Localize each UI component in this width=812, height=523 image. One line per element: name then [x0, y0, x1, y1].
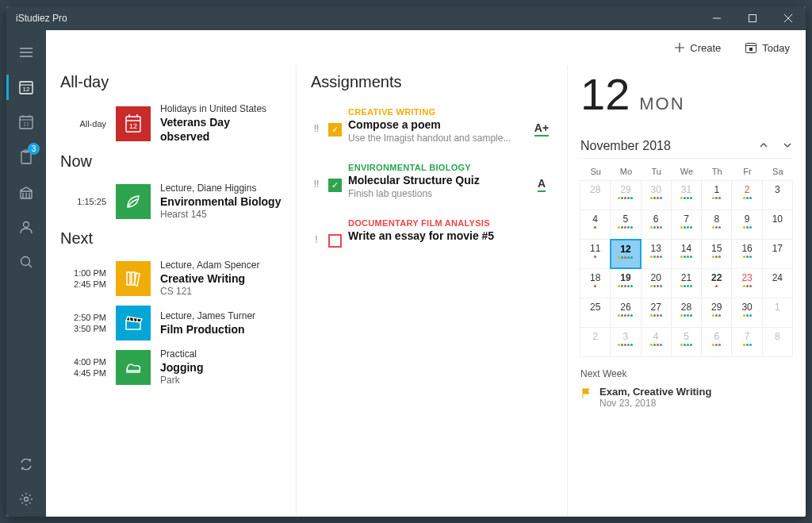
nav-today[interactable]: 12 — [6, 70, 46, 105]
calendar-weekday: Su — [580, 162, 611, 181]
schedule-item-now[interactable]: 1:15:25 Lecture, Diane Higgins Environme… — [60, 179, 282, 225]
calendar-day-cell[interactable]: 10 — [762, 210, 793, 240]
assignment-item[interactable]: !!✓CREATIVE WRITINGCompose a poemUse the… — [311, 99, 553, 155]
schedule-column: All-day All-day 12 Holidays in United St… — [46, 65, 296, 517]
calendar-day-cell[interactable]: 19 — [610, 268, 641, 298]
calendar-day-cell[interactable]: 5 — [610, 210, 641, 240]
event-dots — [618, 256, 633, 259]
titlebar[interactable]: iStudiez Pro — [6, 6, 806, 30]
assignment-item[interactable]: !!✓ENVIRONMENTAL BIOLOGYMolecular Struct… — [311, 155, 553, 210]
assignment-grade: A — [530, 163, 553, 192]
calendar-day-cell[interactable]: 18 — [580, 268, 611, 298]
calendar-day-cell[interactable]: 23 — [731, 268, 762, 298]
assignment-checkbox[interactable]: ✓ — [328, 179, 342, 192]
calendar-day-cell[interactable]: 4 — [580, 210, 611, 240]
day-number: 4 — [592, 213, 598, 225]
close-button[interactable] — [770, 6, 806, 30]
calendar-day-cell[interactable]: 4 — [641, 327, 672, 357]
calendar-day-cell[interactable]: 26 — [610, 298, 641, 328]
calendar-day-cell[interactable]: 16 — [731, 239, 762, 269]
event-dots — [743, 197, 752, 199]
event-dots — [650, 256, 662, 258]
nav-instructors[interactable] — [6, 210, 46, 244]
event-location: Hearst 145 — [160, 209, 282, 221]
calendar-day-cell[interactable]: 2 — [580, 327, 611, 357]
assignment-item[interactable]: !DOCUMENTARY FILM ANALYSISWrite an essay… — [311, 210, 553, 259]
calendar-day-cell[interactable]: 27 — [641, 298, 672, 328]
calendar-prev-button[interactable] — [758, 140, 769, 153]
calendar-day-cell[interactable]: 7 — [671, 210, 702, 240]
nav-search[interactable] — [6, 244, 46, 279]
day-number: 5 — [623, 213, 629, 225]
minimize-button[interactable] — [699, 6, 734, 30]
event-dots — [743, 256, 752, 258]
calendar-day-cell[interactable]: 12 — [610, 239, 641, 269]
day-number: 28 — [681, 302, 691, 313]
calendar-day-cell[interactable]: 24 — [762, 268, 793, 298]
create-label: Create — [690, 42, 721, 54]
nav-sync[interactable] — [6, 447, 46, 482]
calendar-day-cell[interactable]: 28 — [671, 298, 702, 328]
calendar-day-cell[interactable]: 11 — [580, 239, 611, 269]
today-button[interactable]: Today — [745, 41, 790, 54]
day-number: 27 — [651, 302, 661, 313]
person-icon — [18, 219, 34, 235]
calendar-day-cell[interactable]: 1 — [762, 298, 793, 328]
nav-menu-toggle[interactable] — [6, 35, 46, 70]
calendar-day-cell[interactable]: 9 — [731, 210, 762, 240]
calendar-day-cell[interactable]: 28 — [580, 180, 611, 210]
calendar-day-cell[interactable]: 2 — [731, 180, 762, 210]
calendar-day-cell[interactable]: 7 — [731, 327, 762, 357]
calendar-day-cell[interactable]: 22 — [701, 268, 732, 298]
calendar-day-cell[interactable]: 8 — [701, 210, 732, 240]
calendar-day-cell[interactable]: 31 — [671, 180, 702, 210]
day-number: 22 — [711, 272, 722, 283]
calendar-weekday: We — [672, 162, 702, 181]
maximize-button[interactable] — [734, 6, 770, 30]
calendar-day-cell[interactable]: 25 — [580, 298, 611, 328]
assignments-column: Assignments !!✓CREATIVE WRITINGCompose a… — [296, 65, 568, 517]
assignment-checkbox[interactable]: ✓ — [328, 123, 342, 137]
calendar-day-cell[interactable]: 17 — [762, 239, 793, 269]
upcoming-title: Exam, Creative Writing — [599, 386, 711, 398]
event-dots — [650, 344, 662, 346]
schedule-item-allday[interactable]: All-day 12 Holidays in United States Vet… — [60, 99, 282, 148]
calendar-day-cell[interactable]: 5 — [671, 327, 702, 357]
calendar-day-cell[interactable]: 21 — [671, 268, 702, 298]
calendar-day-cell[interactable]: 15 — [701, 239, 732, 269]
calendar-day-cell[interactable]: 6 — [701, 327, 732, 357]
calendar-day-cell[interactable]: 1 — [701, 180, 732, 210]
svg-point-6 — [24, 222, 29, 228]
calendar-day-cell[interactable]: 29 — [701, 298, 732, 328]
event-location: CS 121 — [160, 286, 282, 298]
priority-indicator: ! — [311, 218, 322, 245]
calendar-day-cell[interactable]: 8 — [762, 327, 793, 357]
calendar-day-cell[interactable]: 3 — [610, 327, 641, 357]
event-meta: Lecture, James Turner — [160, 310, 282, 322]
event-title: Environmental Biology — [160, 194, 282, 209]
calendar-day-cell[interactable]: 13 — [641, 239, 672, 269]
calendar-day-cell[interactable]: 30 — [731, 298, 762, 328]
create-button[interactable]: Create — [674, 42, 721, 54]
upcoming-item[interactable]: Exam, Creative Writing Nov 23, 2018 — [580, 386, 793, 409]
schedule-item-next[interactable]: 1:00 PM 2:45 PM Lecture, Adam Spencer Cr… — [60, 256, 282, 302]
calendar-next-button[interactable] — [782, 140, 793, 153]
event-dots — [618, 197, 633, 199]
calendar-day-cell[interactable]: 20 — [641, 268, 672, 298]
schedule-item-next[interactable]: 4:00 PM 4:45 PM Practical Jogging Park — [60, 344, 282, 390]
assignment-checkbox[interactable] — [328, 234, 342, 248]
calendar-day-cell[interactable]: 3 — [762, 180, 793, 210]
nav-calendar[interactable] — [6, 105, 46, 140]
day-number: 14 — [681, 243, 691, 254]
nav-planner[interactable] — [6, 175, 46, 210]
schedule-item-next[interactable]: 2:50 PM 3:50 PM Lecture, James Turner Fi… — [60, 302, 282, 344]
nav-assignments[interactable]: 3 — [6, 140, 46, 175]
calendar-day-cell[interactable]: 6 — [641, 210, 672, 240]
event-dots — [618, 226, 633, 229]
event-title: Veterans Day observed — [160, 115, 282, 144]
calendar-day-cell[interactable]: 14 — [671, 239, 702, 269]
event-dots — [680, 285, 692, 287]
calendar-day-cell[interactable]: 30 — [641, 180, 672, 210]
calendar-day-cell[interactable]: 29 — [610, 180, 641, 210]
nav-settings[interactable] — [6, 482, 46, 517]
